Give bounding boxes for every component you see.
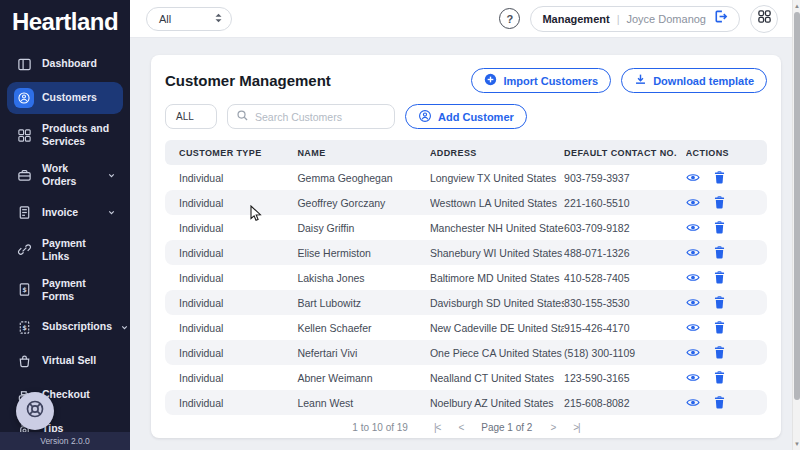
chevron-down-icon xyxy=(107,171,116,180)
customers-table: CUSTOMER TYPE NAME ADDRESS DEFAULT CONTA… xyxy=(165,140,767,415)
view-customer-button[interactable] xyxy=(686,222,700,233)
table-row: Individual Daisy Griffin Manchester NH U… xyxy=(165,215,767,240)
table-row: Individual Leann West Noelbury AZ United… xyxy=(165,390,767,415)
delete-customer-button[interactable] xyxy=(714,221,725,234)
support-fab-button[interactable] xyxy=(16,392,54,430)
add-customer-button[interactable]: Add Customer xyxy=(405,104,527,129)
cell-address: Manchester NH United States xyxy=(430,222,564,234)
help-button[interactable]: ? xyxy=(499,8,520,29)
first-page-button[interactable]: |< xyxy=(434,422,440,433)
view-customer-button[interactable] xyxy=(686,397,700,408)
sidebar-item-subscriptions[interactable]: $ Subscriptions xyxy=(7,311,123,343)
payment-forms-icon: $ xyxy=(14,280,34,300)
last-page-button[interactable]: >| xyxy=(573,422,579,433)
cell-customer-type: Individual xyxy=(165,347,297,359)
cell-contact: 915-426-4170 xyxy=(564,322,686,334)
table-row: Individual Gemma Geoghegan Longview TX U… xyxy=(165,165,767,190)
cell-customer-type: Individual xyxy=(165,172,297,184)
topbar: All ? Management | Joyce Domanog xyxy=(130,0,792,38)
scrollbar-thumb[interactable] xyxy=(794,12,800,400)
cell-customer-type: Individual xyxy=(165,197,297,209)
location-filter-select[interactable]: All xyxy=(146,7,232,31)
scroll-up-icon[interactable]: ▲ xyxy=(793,1,800,11)
view-customer-button[interactable] xyxy=(686,372,700,383)
view-customer-button[interactable] xyxy=(686,347,700,358)
account-menu[interactable]: Management | Joyce Domanog xyxy=(530,6,740,32)
cell-address: Noelbury AZ United States xyxy=(430,397,564,409)
apps-grid-button[interactable] xyxy=(750,5,778,33)
sidebar-item-customers[interactable]: Customers xyxy=(7,82,123,114)
account-role: Management xyxy=(542,13,609,25)
cell-name: Abner Weimann xyxy=(297,372,429,384)
life-buoy-icon xyxy=(24,398,46,424)
column-header-customer-type: CUSTOMER TYPE xyxy=(165,148,297,158)
delete-customer-button[interactable] xyxy=(714,296,725,309)
table-row: Individual Lakisha Jones Baltimore MD Un… xyxy=(165,265,767,290)
version-label: Version 2.0.0 xyxy=(0,432,130,450)
sidebar-item-products-and-services[interactable]: Products and Services xyxy=(7,116,123,154)
svg-text:$: $ xyxy=(22,286,27,294)
table-row: Individual Geoffrey Gorczany Westtown LA… xyxy=(165,190,767,215)
delete-customer-button[interactable] xyxy=(714,196,725,209)
sidebar-nav: Dashboard Customers Products and Service… xyxy=(0,44,130,450)
sidebar: Heartland Dashboard Customers Products a… xyxy=(0,0,130,450)
cell-name: Daisy Griffin xyxy=(297,222,429,234)
delete-customer-button[interactable] xyxy=(714,321,725,334)
pagination-summary: 1 to 10 of 19 xyxy=(352,422,408,433)
next-page-button[interactable]: > xyxy=(550,422,555,433)
delete-customer-button[interactable] xyxy=(714,396,725,409)
invoice-icon xyxy=(14,203,34,223)
delete-customer-button[interactable] xyxy=(714,346,725,359)
sidebar-item-invoice[interactable]: Invoice xyxy=(7,197,123,229)
customer-type-filter[interactable]: ALL xyxy=(165,104,217,129)
products-icon xyxy=(14,125,34,145)
view-customer-button[interactable] xyxy=(686,322,700,333)
download-icon xyxy=(634,73,647,88)
customer-management-card: Customer Management Import Customers Dow… xyxy=(151,55,781,438)
logout-icon[interactable] xyxy=(713,9,728,28)
view-customer-button[interactable] xyxy=(686,297,700,308)
import-customers-button[interactable]: Import Customers xyxy=(471,68,611,93)
payment-links-icon xyxy=(14,240,34,260)
work-orders-icon xyxy=(14,165,34,185)
cell-address: Nealland CT United States xyxy=(430,372,564,384)
cell-customer-type: Individual xyxy=(165,247,297,259)
column-header-contact: DEFAULT CONTACT NO. xyxy=(564,148,686,158)
table-header-row: CUSTOMER TYPE NAME ADDRESS DEFAULT CONTA… xyxy=(165,140,767,165)
download-template-button[interactable]: Download template xyxy=(621,68,767,93)
pagination: 1 to 10 of 19 |< < Page 1 of 2 > >| xyxy=(165,422,767,433)
sidebar-item-work-orders[interactable]: Work Orders xyxy=(7,156,123,194)
sidebar-item-virtual-sell[interactable]: Virtual Sell xyxy=(7,345,123,377)
page-title: Customer Management xyxy=(165,72,331,89)
delete-customer-button[interactable] xyxy=(714,271,725,284)
view-customer-button[interactable] xyxy=(686,247,700,258)
scroll-down-icon[interactable]: ▼ xyxy=(793,439,800,449)
account-user-name: Joyce Domanog xyxy=(627,13,707,25)
window-scrollbar[interactable]: ▲ ▼ xyxy=(792,0,800,450)
table-row: Individual Nefertari Vivi One Piece CA U… xyxy=(165,340,767,365)
view-customer-button[interactable] xyxy=(686,197,700,208)
view-customer-button[interactable] xyxy=(686,172,700,183)
svg-text:$: $ xyxy=(22,323,27,331)
view-customer-button[interactable] xyxy=(686,272,700,283)
cell-contact: 603-709-9182 xyxy=(564,222,686,234)
cell-contact: 123-590-3165 xyxy=(564,372,686,384)
cell-contact: 410-528-7405 xyxy=(564,272,686,284)
sidebar-item-payment-links[interactable]: Payment Links xyxy=(7,231,123,269)
previous-page-button[interactable]: < xyxy=(458,422,463,433)
search-input[interactable] xyxy=(255,111,386,123)
delete-customer-button[interactable] xyxy=(714,246,725,259)
cell-address: Longview TX United States xyxy=(430,172,564,184)
delete-customer-button[interactable] xyxy=(714,171,725,184)
column-header-address: ADDRESS xyxy=(430,148,564,158)
page-indicator: Page 1 of 2 xyxy=(481,422,532,433)
main-content: Customer Management Import Customers Dow… xyxy=(130,38,792,450)
cell-contact: (518) 300-1109 xyxy=(564,347,686,359)
delete-customer-button[interactable] xyxy=(714,371,725,384)
sidebar-item-dashboard[interactable]: Dashboard xyxy=(7,48,123,80)
table-row: Individual Abner Weimann Nealland CT Uni… xyxy=(165,365,767,390)
table-row: Individual Bart Lubowitz Davisburgh SD U… xyxy=(165,290,767,315)
sidebar-item-payment-forms[interactable]: $ Payment Forms xyxy=(7,271,123,309)
cell-name: Leann West xyxy=(297,397,429,409)
plus-circle-icon xyxy=(484,73,497,88)
